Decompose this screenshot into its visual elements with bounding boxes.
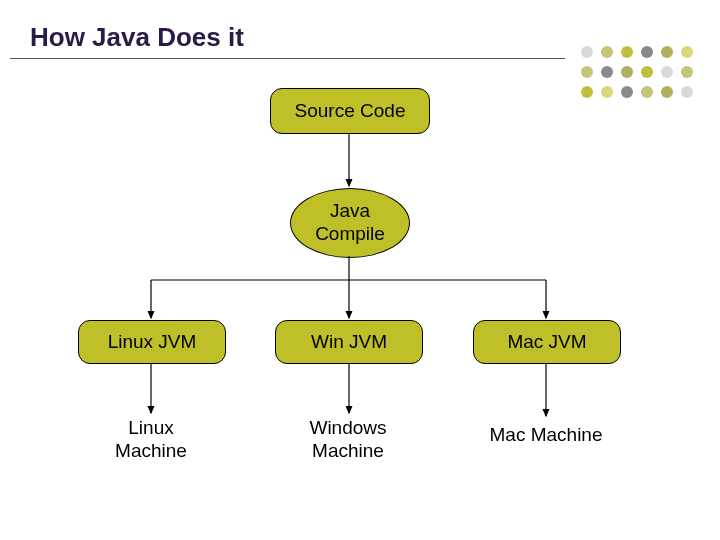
svg-point-11 (681, 66, 693, 78)
node-mac-machine: Mac Machine (453, 420, 639, 450)
svg-point-4 (661, 46, 673, 58)
node-label: Source Code (295, 100, 406, 123)
node-source-code: Source Code (270, 88, 430, 134)
svg-point-5 (681, 46, 693, 58)
node-label: Linux Machine (115, 417, 187, 463)
svg-point-3 (641, 46, 653, 58)
svg-point-9 (641, 66, 653, 78)
svg-point-2 (621, 46, 633, 58)
decorative-dots-icon (572, 42, 702, 122)
node-label: Linux JVM (108, 331, 197, 354)
slide-title: How Java Does it (30, 22, 244, 53)
svg-point-12 (581, 86, 593, 98)
node-linux-jvm: Linux JVM (78, 320, 226, 364)
node-label: Java Compile (315, 200, 385, 246)
node-win-jvm: Win JVM (275, 320, 423, 364)
svg-point-6 (581, 66, 593, 78)
svg-point-15 (641, 86, 653, 98)
svg-point-10 (661, 66, 673, 78)
svg-point-0 (581, 46, 593, 58)
svg-point-14 (621, 86, 633, 98)
node-label: Win JVM (311, 331, 387, 354)
node-label: Windows Machine (309, 417, 386, 463)
node-label: Mac Machine (490, 424, 603, 447)
node-windows-machine: Windows Machine (275, 415, 421, 465)
svg-point-7 (601, 66, 613, 78)
title-underline (10, 58, 565, 59)
node-label: Mac JVM (507, 331, 586, 354)
svg-point-8 (621, 66, 633, 78)
node-mac-jvm: Mac JVM (473, 320, 621, 364)
svg-point-13 (601, 86, 613, 98)
svg-point-16 (661, 86, 673, 98)
node-linux-machine: Linux Machine (78, 415, 224, 465)
svg-point-1 (601, 46, 613, 58)
node-java-compile: Java Compile (290, 188, 410, 258)
svg-point-17 (681, 86, 693, 98)
